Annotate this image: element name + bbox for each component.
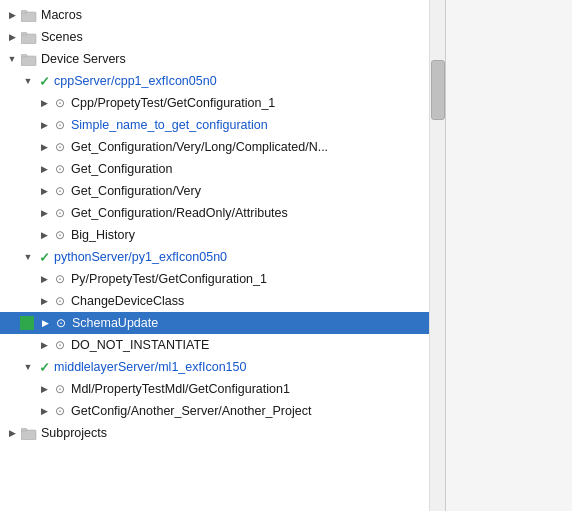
svg-rect-2 [21, 34, 36, 44]
tree-item-py-item3[interactable]: ⊙ SchemaUpdate [0, 312, 429, 334]
label-py-item4: DO_NOT_INSTANTIATE [71, 338, 209, 352]
label-ml-item1: Mdl/PropertyTestMdl/GetConfiguration1 [71, 382, 290, 396]
right-panel [446, 0, 572, 511]
svg-rect-6 [21, 430, 36, 440]
expand-cpp-item4[interactable] [36, 161, 52, 177]
tree-item-middle-server[interactable]: ✓ middlelayerServer/ml1_exfIcon150 [0, 356, 429, 378]
label-subprojects: Subprojects [41, 426, 107, 440]
expand-ml-item1[interactable] [36, 381, 52, 397]
tree-item-cpp-item5[interactable]: ⊙ Get_Configuration/Very [0, 180, 429, 202]
expand-cpp-item3[interactable] [36, 139, 52, 155]
svg-rect-1 [21, 10, 27, 13]
label-ml-item2: GetConfig/Another_Server/Another_Project [71, 404, 311, 418]
tree-item-cpp-item4[interactable]: ⊙ Get_Configuration [0, 158, 429, 180]
scrollbar-thumb[interactable] [431, 60, 445, 120]
tree-panel[interactable]: Macros Scenes Device Servers ✓ cppServer [0, 0, 430, 511]
expand-py-item1[interactable] [36, 271, 52, 287]
expand-subprojects[interactable] [4, 425, 20, 441]
label-cpp-item1: Cpp/PropetyTest/GetConfiguration_1 [71, 96, 275, 110]
green-square-py3 [20, 316, 34, 330]
expand-ml-item2[interactable] [36, 403, 52, 419]
expand-cpp-item2[interactable] [36, 117, 52, 133]
globe-icon-py3: ⊙ [53, 315, 69, 331]
check-icon-cpp: ✓ [36, 73, 52, 89]
expand-py-item4[interactable] [36, 337, 52, 353]
label-cpp-item7: Big_History [71, 228, 135, 242]
svg-rect-0 [21, 12, 36, 22]
expand-cpp-server[interactable] [20, 73, 36, 89]
tree-item-py-item2[interactable]: ⊙ ChangeDeviceClass [0, 290, 429, 312]
folder-icon-subprojects [20, 426, 38, 440]
label-cpp-server: cppServer/cpp1_exfIcon05n0 [54, 74, 217, 88]
globe-icon-cpp6: ⊙ [52, 205, 68, 221]
check-icon-ml: ✓ [36, 359, 52, 375]
tree-item-ml-item2[interactable]: ⊙ GetConfig/Another_Server/Another_Proje… [0, 400, 429, 422]
tree-item-cpp-item7[interactable]: ⊙ Big_History [0, 224, 429, 246]
tree-item-py-item1[interactable]: ⊙ Py/PropetyTest/GetConfiguration_1 [0, 268, 429, 290]
globe-icon-ml1: ⊙ [52, 381, 68, 397]
label-py-item1: Py/PropetyTest/GetConfiguration_1 [71, 272, 267, 286]
globe-icon-py4: ⊙ [52, 337, 68, 353]
scrollbar[interactable] [430, 0, 446, 511]
globe-icon-py2: ⊙ [52, 293, 68, 309]
svg-rect-7 [21, 428, 27, 431]
expand-py-item2[interactable] [36, 293, 52, 309]
label-scenes: Scenes [41, 30, 83, 44]
label-cpp-item4: Get_Configuration [71, 162, 172, 176]
tree-item-cpp-item1[interactable]: ⊙ Cpp/PropetyTest/GetConfiguration_1 [0, 92, 429, 114]
folder-icon-device-servers [20, 52, 38, 66]
expand-cpp-item5[interactable] [36, 183, 52, 199]
tree-item-scenes[interactable]: Scenes [0, 26, 429, 48]
tree-item-cpp-item2[interactable]: ⊙ Simple_name_to_get_configuration [0, 114, 429, 136]
tree-item-device-servers[interactable]: Device Servers [0, 48, 429, 70]
check-icon-py: ✓ [36, 249, 52, 265]
expand-middle-server[interactable] [20, 359, 36, 375]
label-macros: Macros [41, 8, 82, 22]
globe-icon-cpp7: ⊙ [52, 227, 68, 243]
label-middle-server: middlelayerServer/ml1_exfIcon150 [54, 360, 246, 374]
expand-py-item3[interactable] [37, 315, 53, 331]
label-cpp-item5: Get_Configuration/Very [71, 184, 201, 198]
expand-cpp-item6[interactable] [36, 205, 52, 221]
label-py-item2: ChangeDeviceClass [71, 294, 184, 308]
svg-rect-3 [21, 32, 27, 35]
globe-icon-cpp3: ⊙ [52, 139, 68, 155]
label-cpp-item3: Get_Configuration/Very/Long/Complicated/… [71, 140, 328, 154]
svg-rect-4 [21, 56, 36, 66]
expand-cpp-item7[interactable] [36, 227, 52, 243]
globe-icon-cpp5: ⊙ [52, 183, 68, 199]
label-device-servers: Device Servers [41, 52, 126, 66]
tree-item-py-item4[interactable]: ⊙ DO_NOT_INSTANTIATE [0, 334, 429, 356]
globe-icon-cpp2: ⊙ [52, 117, 68, 133]
expand-cpp-item1[interactable] [36, 95, 52, 111]
label-py-server: pythonServer/py1_exfIcon05n0 [54, 250, 227, 264]
expand-macros[interactable] [4, 7, 20, 23]
globe-icon-py1: ⊙ [52, 271, 68, 287]
expand-scenes[interactable] [4, 29, 20, 45]
tree-item-subprojects[interactable]: Subprojects [0, 422, 429, 444]
tree-item-cpp-item3[interactable]: ⊙ Get_Configuration/Very/Long/Complicate… [0, 136, 429, 158]
folder-icon-macros [20, 8, 38, 22]
folder-icon-scenes [20, 30, 38, 44]
tree-item-ml-item1[interactable]: ⊙ Mdl/PropertyTestMdl/GetConfiguration1 [0, 378, 429, 400]
label-cpp-item2: Simple_name_to_get_configuration [71, 118, 268, 132]
svg-rect-5 [21, 54, 27, 57]
tree-item-py-server[interactable]: ✓ pythonServer/py1_exfIcon05n0 [0, 246, 429, 268]
tree-item-macros[interactable]: Macros [0, 4, 429, 26]
tree-item-cpp-server[interactable]: ✓ cppServer/cpp1_exfIcon05n0 [0, 70, 429, 92]
globe-icon-cpp4: ⊙ [52, 161, 68, 177]
globe-icon-ml2: ⊙ [52, 403, 68, 419]
tree-item-cpp-item6[interactable]: ⊙ Get_Configuration/ReadOnly/Attributes [0, 202, 429, 224]
expand-py-server[interactable] [20, 249, 36, 265]
label-cpp-item6: Get_Configuration/ReadOnly/Attributes [71, 206, 288, 220]
globe-icon-cpp1: ⊙ [52, 95, 68, 111]
expand-device-servers[interactable] [4, 51, 20, 67]
label-py-item3: SchemaUpdate [72, 316, 158, 330]
